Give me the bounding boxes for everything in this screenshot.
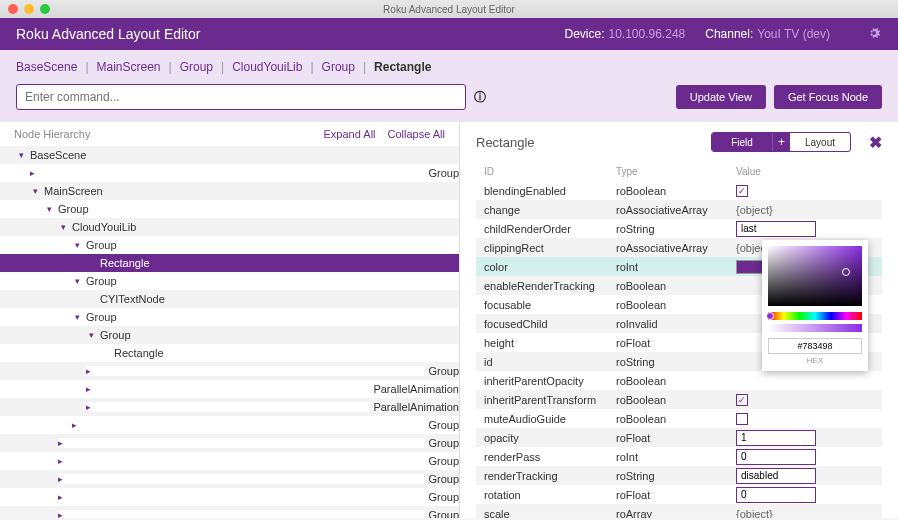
caret-icon[interactable] bbox=[72, 240, 82, 250]
prop-type: roFloat bbox=[616, 337, 736, 349]
tree-node[interactable]: Rectangle bbox=[0, 344, 459, 362]
update-view-button[interactable]: Update View bbox=[676, 85, 766, 109]
tree-node[interactable]: Group bbox=[0, 434, 459, 452]
prop-header-value: Value bbox=[736, 166, 882, 177]
tree-node[interactable]: ParallelAnimation bbox=[0, 380, 459, 398]
prop-id: muteAudioGuide bbox=[476, 413, 616, 425]
tree-node[interactable]: MainScreen bbox=[0, 182, 459, 200]
tree-node[interactable]: Group bbox=[0, 506, 459, 518]
caret-icon[interactable] bbox=[72, 312, 82, 322]
caret-icon[interactable] bbox=[58, 222, 68, 232]
breadcrumb-item[interactable]: Group bbox=[322, 60, 355, 74]
property-row[interactable]: blendingEnabledroBoolean✓ bbox=[476, 181, 882, 200]
color-alpha-slider[interactable] bbox=[768, 324, 862, 332]
tree-node[interactable]: ParallelAnimation bbox=[0, 398, 459, 416]
value-input[interactable] bbox=[736, 430, 816, 446]
property-row[interactable]: opacityroFloat bbox=[476, 428, 882, 447]
tab-layout[interactable]: Layout bbox=[790, 133, 850, 151]
property-row[interactable]: changeroAssociativeArray{object} bbox=[476, 200, 882, 219]
property-row[interactable]: inheritParentOpacityroBoolean bbox=[476, 371, 882, 390]
object-value[interactable]: {object} bbox=[736, 204, 773, 216]
command-input[interactable] bbox=[16, 84, 466, 110]
caret-icon[interactable] bbox=[58, 438, 424, 448]
property-row[interactable]: childRenderOrderroString bbox=[476, 219, 882, 238]
color-picker[interactable]: HEX bbox=[762, 240, 868, 371]
add-field-button[interactable]: + bbox=[772, 133, 790, 151]
value-input[interactable] bbox=[736, 468, 816, 484]
expand-all-link[interactable]: Expand All bbox=[324, 128, 376, 140]
caret-icon[interactable] bbox=[16, 150, 26, 160]
tree-panel: Node Hierarchy Expand All Collapse All B… bbox=[0, 122, 460, 518]
tree-node[interactable]: Group bbox=[0, 488, 459, 506]
color-hue-slider[interactable] bbox=[768, 312, 862, 320]
color-hue-cursor-icon[interactable] bbox=[766, 312, 774, 320]
prop-id: clippingRect bbox=[476, 242, 616, 254]
caret-icon[interactable] bbox=[58, 510, 424, 518]
caret-icon[interactable] bbox=[86, 384, 369, 394]
gear-icon[interactable] bbox=[866, 25, 882, 44]
property-row[interactable]: renderPassroInt bbox=[476, 447, 882, 466]
breadcrumb-item[interactable]: CloudYouiLib bbox=[232, 60, 302, 74]
tree-node-label: Group bbox=[86, 275, 117, 287]
tree-node[interactable]: CloudYouiLib bbox=[0, 218, 459, 236]
tree-node[interactable]: Group bbox=[0, 272, 459, 290]
tab-field[interactable]: Field bbox=[712, 133, 772, 151]
info-icon[interactable]: ⓘ bbox=[474, 89, 486, 106]
prop-id: inheritParentOpacity bbox=[476, 375, 616, 387]
close-panel-icon[interactable]: ✖ bbox=[869, 133, 882, 152]
caret-icon[interactable] bbox=[30, 168, 424, 178]
prop-id: rotation bbox=[476, 489, 616, 501]
value-input[interactable] bbox=[736, 487, 816, 503]
prop-type: roInt bbox=[616, 451, 736, 463]
tree-node[interactable]: Group bbox=[0, 164, 459, 182]
color-sv-plane[interactable] bbox=[768, 246, 862, 306]
caret-icon[interactable] bbox=[58, 456, 424, 466]
prop-value: ✓ bbox=[736, 185, 882, 197]
property-row[interactable]: rotationroFloat bbox=[476, 485, 882, 504]
tree-node[interactable]: Group bbox=[0, 326, 459, 344]
caret-icon[interactable] bbox=[30, 186, 40, 196]
tree-node[interactable]: Group bbox=[0, 200, 459, 218]
breadcrumb: BaseScene|MainScreen|Group|CloudYouiLib|… bbox=[0, 50, 898, 84]
color-sv-cursor-icon[interactable] bbox=[842, 268, 850, 276]
tree-node[interactable]: CYITextNode bbox=[0, 290, 459, 308]
tree-node[interactable]: Group bbox=[0, 416, 459, 434]
caret-icon[interactable] bbox=[72, 276, 82, 286]
tree-node[interactable]: Rectangle bbox=[0, 254, 459, 272]
breadcrumb-item[interactable]: BaseScene bbox=[16, 60, 77, 74]
breadcrumb-item[interactable]: Group bbox=[180, 60, 213, 74]
property-row[interactable]: renderTrackingroString bbox=[476, 466, 882, 485]
checkbox[interactable]: ✓ bbox=[736, 394, 748, 406]
object-value[interactable]: {object} bbox=[736, 508, 773, 519]
value-input[interactable] bbox=[736, 221, 816, 237]
color-hex-input[interactable] bbox=[768, 338, 862, 354]
tree-node[interactable]: BaseScene bbox=[0, 146, 459, 164]
value-input[interactable] bbox=[736, 449, 816, 465]
checkbox[interactable] bbox=[736, 413, 748, 425]
checkbox[interactable]: ✓ bbox=[736, 185, 748, 197]
property-row[interactable]: scaleroArray{object} bbox=[476, 504, 882, 518]
caret-icon[interactable] bbox=[72, 420, 424, 430]
tree-node[interactable]: Group bbox=[0, 362, 459, 380]
tree-node[interactable]: Group bbox=[0, 470, 459, 488]
collapse-all-link[interactable]: Collapse All bbox=[388, 128, 445, 140]
get-focus-button[interactable]: Get Focus Node bbox=[774, 85, 882, 109]
caret-icon[interactable] bbox=[86, 366, 424, 376]
tree-node[interactable]: Group bbox=[0, 452, 459, 470]
caret-icon[interactable] bbox=[86, 402, 369, 412]
tree-node-label: Group bbox=[428, 437, 459, 449]
caret-icon[interactable] bbox=[44, 204, 54, 214]
breadcrumb-item[interactable]: MainScreen bbox=[97, 60, 161, 74]
tree-node[interactable]: Group bbox=[0, 308, 459, 326]
caret-icon[interactable] bbox=[58, 474, 424, 484]
property-row[interactable]: inheritParentTransformroBoolean✓ bbox=[476, 390, 882, 409]
channel-value[interactable]: YouI TV (dev) bbox=[757, 27, 830, 41]
caret-icon[interactable] bbox=[58, 492, 424, 502]
node-hierarchy-tree[interactable]: BaseSceneGroupMainScreenGroupCloudYouiLi… bbox=[0, 146, 459, 518]
caret-icon[interactable] bbox=[86, 330, 96, 340]
color-swatch[interactable] bbox=[736, 260, 764, 274]
property-row[interactable]: muteAudioGuideroBoolean bbox=[476, 409, 882, 428]
tree-title: Node Hierarchy bbox=[14, 128, 90, 140]
device-value[interactable]: 10.100.96.248 bbox=[608, 27, 685, 41]
tree-node[interactable]: Group bbox=[0, 236, 459, 254]
